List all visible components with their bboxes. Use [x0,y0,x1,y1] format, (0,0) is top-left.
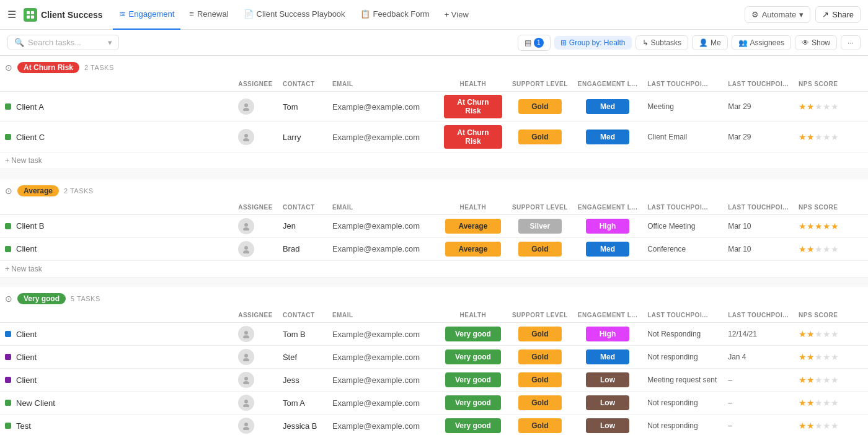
task-name-cell: Client [0,346,233,369]
table-row[interactable]: Client Brad Example@example.com Average … [0,237,868,260]
table-row[interactable]: Client Stef Example@example.com Very goo… [0,346,868,369]
me-button[interactable]: 👤 Me [692,35,728,50]
touchpoint2-cell: – [723,392,794,415]
nps-cell: ★★★★★ [794,323,868,346]
support-cell: Silver [507,214,573,237]
group-icon: ⊞ [560,38,567,47]
task-dot [5,331,11,337]
task-name-label: Client [16,376,37,385]
col-h-assignee-verygood: ASSIGNEE [233,308,278,323]
table-row[interactable]: Client B Jen Example@example.com Average… [0,214,868,237]
contact-cell: Larry [278,122,327,152]
group-chevron-churn[interactable]: ⊙ [5,63,12,72]
assignees-button[interactable]: 👥 Assignees [732,35,791,50]
task-dot [5,103,11,110]
col-h-support-churn: SUPPORT LEVEL [507,77,573,92]
health-cell: Very good [439,415,507,436]
tab-engagement[interactable]: ≋ Engagement [113,0,181,30]
tab-renewal[interactable]: ≡ Renewal [183,0,234,30]
nps-stars: ★★★★★ [799,329,863,339]
group-badge-verygood: Very good [17,293,66,304]
task-name-cell: Test [0,415,233,436]
support-badge: Silver [518,219,562,234]
col-h-nps-average: NPS SCORE [794,200,868,215]
table-row[interactable]: Client A Tom Example@example.com At Chur… [0,92,868,122]
search-box[interactable]: 🔍 Search tasks... ▾ [7,35,119,50]
engagement-badge: Low [586,395,629,410]
new-task-row-churn[interactable]: + New task [0,152,868,169]
svg-point-12 [244,331,248,335]
col-h-support-verygood: SUPPORT LEVEL [507,308,573,323]
support-cell: Gold [507,346,573,369]
contact-cell: Tom A [278,392,327,415]
col-h-email-average: EMAIL [327,200,439,215]
contact-cell: Tom B [278,323,327,346]
nps-cell: ★★★★★ [794,92,868,122]
support-badge: Gold [518,349,562,364]
group-task-count-churn: 2 TASKS [84,64,114,71]
engagement-badge: Low [586,372,629,387]
group-by-button[interactable]: ⊞ Group by: Health [554,36,632,50]
add-view-button[interactable]: + View [438,6,475,23]
group-badge-churn: At Churn Risk [17,62,79,73]
support-badge: Gold [518,395,562,410]
support-cell: Gold [507,392,573,415]
show-button[interactable]: 👁 Show [795,35,837,50]
touchpoint2-cell: Mar 29 [723,122,794,152]
menu-icon[interactable]: ☰ [7,9,16,20]
table-row[interactable]: New Client Tom A Example@example.com Ver… [0,392,868,415]
filter-button[interactable]: ▤ 1 [518,35,551,51]
group-header-average: ⊙ Average 2 TASKS [0,179,868,200]
col-h-touch1-verygood: LAST TOUCHPOI... [642,308,723,323]
star-empty: ★ [823,398,831,408]
star-filled: ★ [831,221,839,231]
touchpoint2-cell: – [723,369,794,392]
share-button[interactable]: ↗ Share [815,6,861,23]
tab-playbook[interactable]: 📄 Client Success Playbook [237,0,352,30]
nps-cell: ★★★★★ [794,122,868,152]
group-chevron-verygood[interactable]: ⊙ [5,294,12,304]
support-cell: Gold [507,237,573,260]
logo-icon [24,8,37,22]
table-row[interactable]: Client Jess Example@example.com Very goo… [0,369,868,392]
task-name-label: Client A [16,102,44,112]
subtasks-button[interactable]: ↳ Subtasks [636,35,688,50]
svg-rect-1 [31,11,34,14]
avatar [238,241,254,257]
touchpoint2-cell: Mar 10 [723,237,794,260]
table-row[interactable]: Client C Larry Example@example.com At Ch… [0,122,868,152]
svg-point-6 [244,134,248,138]
share-icon: ↗ [822,10,829,19]
touchpoint1-cell: Meeting [642,92,723,122]
engagement-badge: Med [586,99,629,114]
new-task-label[interactable]: + New task [0,152,868,169]
touchpoint2-cell: – [723,415,794,436]
email-cell: Example@example.com [327,323,439,346]
star-empty: ★ [831,375,839,385]
automate-label: Automate [762,10,797,19]
contact-cell: Jen [278,214,327,237]
support-badge: Gold [518,372,562,387]
engagement-cell: Med [573,122,642,152]
table-row[interactable]: Test Jessica B Example@example.com Very … [0,415,868,436]
tab-feedback[interactable]: 📋 Feedback Form [354,0,436,30]
group-chevron-average[interactable]: ⊙ [5,186,12,196]
search-icon: 🔍 [14,38,24,47]
engagement-badge: Low [586,418,629,433]
table-row[interactable]: Client Tom B Example@example.com Very go… [0,323,868,346]
support-badge: Gold [518,418,562,433]
group-header-churn: ⊙ At Churn Risk 2 TASKS [0,56,868,77]
support-cell: Gold [507,92,573,122]
col-h-touch1-churn: LAST TOUCHPOI... [642,77,723,92]
health-cell: Very good [439,323,507,346]
subtasks-label: Subtasks [651,38,681,47]
assignee-cell [233,122,278,152]
col-h-name-churn [0,77,233,92]
assignee-cell [233,323,278,346]
new-task-label[interactable]: + New task [0,260,868,277]
automate-button[interactable]: ⚙ Automate ▾ [745,6,811,23]
engagement-badge: Med [586,242,629,257]
svg-point-11 [243,250,249,253]
more-options-button[interactable]: ··· [841,35,861,50]
new-task-row-average[interactable]: + New task [0,260,868,277]
